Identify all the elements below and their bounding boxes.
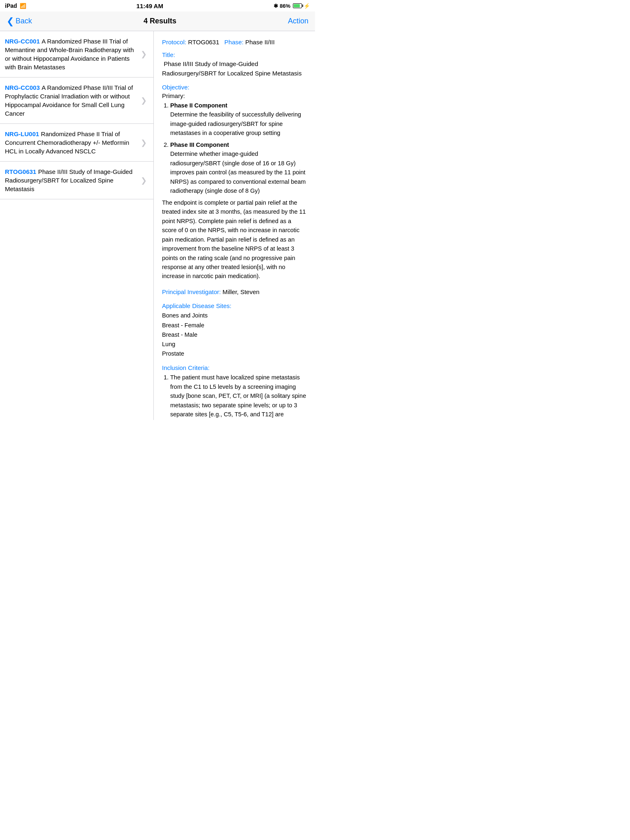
result-id-nrg-lu001: NRG-LU001 xyxy=(5,130,39,137)
main-layout: NRG-CC001 A Randomized Phase III Trial o… xyxy=(0,31,315,420)
objectives-list: Phase II Component Determine the feasibi… xyxy=(162,101,307,196)
result-item-rtog0631[interactable]: RTOG0631 Phase II/III Study of Image-Gui… xyxy=(0,162,153,199)
objective-1-heading: Phase II Component xyxy=(170,102,227,109)
inclusion-heading: Inclusion Criteria: xyxy=(162,364,307,371)
result-content-nrg-cc003: NRG-CC003 A Randomized Phase II/III Tria… xyxy=(5,83,137,118)
objective-2-text: Determine whether image-guided radiosurg… xyxy=(170,151,306,194)
protocol-value-text: RTOG0631 xyxy=(188,38,219,47)
inclusion-list: The patient must have localized spine me… xyxy=(162,373,307,420)
disease-site-0: Bones and Joints xyxy=(162,311,307,320)
title-value: Phase II/III Study of Image-Guided Radio… xyxy=(162,59,307,78)
objective-1-text: Determine the feasibility of successfull… xyxy=(170,111,301,136)
wifi-icon: 📶 xyxy=(20,3,26,9)
objective-2-heading: Phase III Component xyxy=(170,142,229,148)
disease-sites-list: Bones and Joints Breast - Female Breast … xyxy=(162,311,307,358)
result-id-nrg-cc003: NRG-CC003 xyxy=(5,84,40,91)
result-id-rtog0631: RTOG0631 xyxy=(5,168,36,175)
phase-value-text: Phase II/III xyxy=(245,38,275,47)
primary-label: Primary: xyxy=(162,92,307,99)
status-right: ✱ 86% ⚡ xyxy=(274,3,310,9)
result-item-nrg-cc003[interactable]: NRG-CC003 A Randomized Phase II/III Tria… xyxy=(0,78,153,124)
disease-site-3: Lung xyxy=(162,340,307,349)
disease-site-2: Breast - Male xyxy=(162,330,307,340)
status-bar: iPad 📶 11:49 AM ✱ 86% ⚡ xyxy=(0,0,315,11)
status-time: 11:49 AM xyxy=(137,2,163,9)
status-left: iPad 📶 xyxy=(5,2,26,9)
objective-item-2: Phase III Component Determine whether im… xyxy=(170,140,307,196)
battery-percent: 86% xyxy=(280,3,290,9)
title-value-text: Phase II/III Study of Image-Guided Radio… xyxy=(162,60,301,77)
inclusion-item-1: The patient must have localized spine me… xyxy=(170,373,307,420)
result-item-nrg-lu001[interactable]: NRG-LU001 Randomized Phase II Trial of C… xyxy=(0,124,153,162)
result-id-nrg-cc001: NRG-CC001 xyxy=(5,38,40,45)
pi-value-text: Miller, Steven xyxy=(223,288,260,295)
chevron-right-icon-0: ❯ xyxy=(141,50,147,59)
pi-line: Principal Investigator: Miller, Steven xyxy=(162,288,307,297)
pi-label: Principal Investigator: xyxy=(162,288,221,297)
result-content-rtog0631: RTOG0631 Phase II/III Study of Image-Gui… xyxy=(5,167,137,193)
lightning-icon: ⚡ xyxy=(304,3,310,9)
disease-site-1: Breast - Female xyxy=(162,321,307,330)
battery-icon xyxy=(293,3,302,8)
chevron-right-icon-1: ❯ xyxy=(141,96,147,105)
chevron-right-icon-2: ❯ xyxy=(141,138,147,147)
disease-site-4: Prostate xyxy=(162,349,307,358)
result-item-nrg-cc001[interactable]: NRG-CC001 A Randomized Phase III Trial o… xyxy=(0,31,153,78)
title-label: Title: xyxy=(162,50,175,60)
detail-panel: Protocol: RTOG0631 Phase: Phase II/III T… xyxy=(154,31,315,420)
back-chevron-icon: ❮ xyxy=(7,17,14,26)
carrier-label: iPad xyxy=(5,2,17,9)
endpoint-text: The endpoint is complete or partial pain… xyxy=(162,198,307,281)
pi-value: Miller, Steven xyxy=(221,288,259,297)
result-content-nrg-cc001: NRG-CC001 A Randomized Phase III Trial o… xyxy=(5,37,137,71)
phase-spacer xyxy=(219,38,225,47)
action-button[interactable]: Action xyxy=(288,17,308,25)
objective-item-1: Phase II Component Determine the feasibi… xyxy=(170,101,307,138)
nav-bar: ❮ Back 4 Results Action xyxy=(0,11,315,31)
chevron-right-icon-3: ❯ xyxy=(141,176,147,185)
nav-title: 4 Results xyxy=(144,17,176,25)
back-button[interactable]: ❮ Back xyxy=(7,17,32,26)
back-label[interactable]: Back xyxy=(16,17,32,25)
results-list: NRG-CC001 A Randomized Phase III Trial o… xyxy=(0,31,154,420)
objective-heading: Objective: xyxy=(162,84,307,91)
phase-label: Phase: xyxy=(224,38,244,47)
protocol-line: Protocol: RTOG0631 Phase: Phase II/III xyxy=(162,38,307,47)
result-content-nrg-lu001: NRG-LU001 Randomized Phase II Trial of C… xyxy=(5,130,137,155)
battery-tip xyxy=(302,5,303,7)
battery-fill xyxy=(294,4,300,7)
protocol-label: Protocol: xyxy=(162,38,186,47)
title-line: Title: Phase II/III Study of Image-Guide… xyxy=(162,50,307,78)
disease-sites-heading: Applicable Disease Sites: xyxy=(162,302,307,309)
bluetooth-icon: ✱ xyxy=(274,3,278,9)
